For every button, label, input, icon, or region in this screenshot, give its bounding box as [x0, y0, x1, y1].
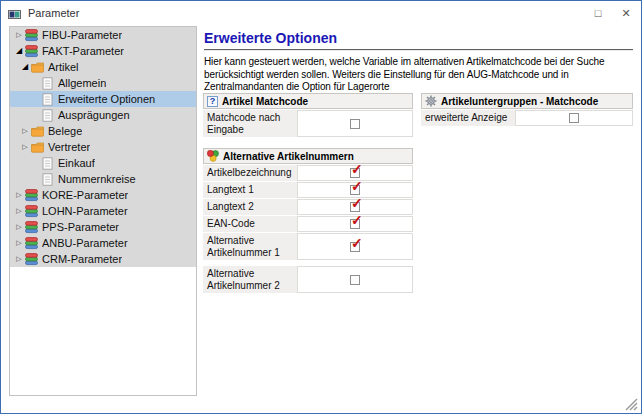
- option-label: Artikelbezeichnung: [203, 165, 297, 181]
- sidebar-item-label: Nummernkreise: [58, 173, 136, 185]
- folder-icon: [30, 125, 44, 138]
- checkbox-erweiterte-anzeige[interactable]: [569, 113, 579, 123]
- option-row-alternative-artikelnummer-2: Alternative Artikelnummer 2: [203, 266, 413, 293]
- sidebar-item-fibu-parameter[interactable]: ▷FIBU-Parameter: [10, 27, 196, 43]
- app-icon: [8, 7, 21, 20]
- parameter-window: Parameter □ ✕ ▷FIBU-Parameter◢FAKT-Param…: [0, 0, 642, 414]
- sidebar-item-fakt-parameter[interactable]: ◢FAKT-Parameter: [10, 43, 196, 59]
- expand-arrow-icon[interactable]: ▷: [14, 219, 24, 235]
- option-row-langtext-2: Langtext 2: [203, 199, 413, 215]
- parameter-tree: ▷FIBU-Parameter◢FAKT-Parameter◢ArtikelAl…: [9, 26, 197, 396]
- option-value-cell: [297, 233, 413, 260]
- sidebar-item-label: Allgemein: [58, 77, 106, 89]
- checkbox-alternative-artikelnummer-1[interactable]: [350, 242, 360, 252]
- books-icon: [24, 253, 38, 266]
- maximize-button[interactable]: □: [591, 7, 605, 19]
- checkbox-artikelbezeichnung[interactable]: [350, 168, 360, 178]
- close-button[interactable]: ✕: [619, 7, 633, 20]
- sidebar-item-label: Vertreter: [48, 141, 90, 153]
- option-label: Langtext 2: [203, 199, 297, 215]
- sidebar-item-nummernkreise[interactable]: Nummernkreise: [10, 171, 196, 187]
- option-row-matchcode-nach-eingabe: Matchcode nach Eingabe: [203, 110, 413, 137]
- sidebar-item-label: Artikel: [48, 61, 79, 73]
- document-icon: [40, 109, 54, 122]
- expand-arrow-icon[interactable]: ▷: [14, 203, 24, 219]
- books-icon: [24, 189, 38, 202]
- option-value-cell: [297, 266, 413, 293]
- sidebar-item-kore-parameter[interactable]: ▷KORE-Parameter: [10, 187, 196, 203]
- group-header: Alternative Artikelnummern: [203, 148, 413, 164]
- folder-icon: [30, 61, 44, 74]
- title-bar: Parameter □ ✕: [1, 1, 641, 25]
- sidebar-item-ausprägungen[interactable]: Ausprägungen: [10, 107, 196, 123]
- books-icon: [24, 205, 38, 218]
- expand-arrow-icon[interactable]: ▷: [14, 235, 24, 251]
- checkbox-langtext-1[interactable]: [350, 185, 360, 195]
- document-icon: [40, 77, 54, 90]
- option-label: Alternative Artikelnummer 2: [203, 266, 297, 293]
- sidebar-item-belege[interactable]: ▷Belege: [10, 123, 196, 139]
- sidebar-item-vertreter[interactable]: ▷Vertreter: [10, 139, 196, 155]
- heading-divider: [204, 49, 633, 51]
- document-icon: [40, 157, 54, 170]
- option-label: Matchcode nach Eingabe: [203, 110, 297, 137]
- books-icon: [24, 29, 38, 42]
- sidebar-item-label: FIBU-Parameter: [42, 29, 122, 41]
- sidebar-item-crm-parameter[interactable]: ▷CRM-Parameter: [10, 251, 196, 267]
- option-value-cell: [515, 110, 633, 126]
- page-title: Erweiterte Optionen: [204, 30, 633, 46]
- sidebar-item-label: Ausprägungen: [58, 109, 130, 121]
- collapse-arrow-icon[interactable]: ◢: [20, 59, 30, 75]
- sidebar-item-label: Belege: [48, 125, 82, 137]
- option-label: Langtext 1: [203, 182, 297, 198]
- sidebar-item-lohn-parameter[interactable]: ▷LOHN-Parameter: [10, 203, 196, 219]
- group-header: ?Artikel Matchcode: [203, 93, 413, 109]
- sidebar-item-label: FAKT-Parameter: [42, 45, 124, 57]
- expand-arrow-icon[interactable]: ▷: [20, 123, 30, 139]
- expand-arrow-icon[interactable]: ▷: [14, 251, 24, 267]
- group-header: Artikeluntergruppen - Matchcode: [421, 93, 633, 109]
- document-icon: [40, 93, 54, 106]
- option-row-erweiterte-anzeige: erweiterte Anzeige: [421, 110, 633, 126]
- sidebar-item-pps-parameter[interactable]: ▷PPS-Parameter: [10, 219, 196, 235]
- sidebar-item-anbu-parameter[interactable]: ▷ANBU-Parameter: [10, 235, 196, 251]
- gear-icon: [425, 95, 437, 107]
- sidebar-item-erweiterte-optionen[interactable]: Erweiterte Optionen: [10, 91, 196, 107]
- option-label: erweiterte Anzeige: [421, 110, 515, 126]
- document-icon: [40, 173, 54, 186]
- collapse-arrow-icon[interactable]: ◢: [14, 43, 24, 59]
- sidebar-item-einkauf[interactable]: Einkauf: [10, 155, 196, 171]
- expand-arrow-icon[interactable]: ▷: [20, 139, 30, 155]
- group-artikel-matchcode: ?Artikel MatchcodeMatchcode nach Eingabe: [203, 93, 413, 138]
- main-panel-header: Erweiterte Optionen Hier kann gesteuert …: [204, 30, 633, 94]
- group-title: Artikel Matchcode: [222, 96, 308, 107]
- group-artikeluntergruppen-matchcode: Artikeluntergruppen - Matchcodeerweitert…: [421, 93, 633, 127]
- page-description: Hier kann gesteuert werden, welche Varia…: [204, 56, 633, 94]
- expand-arrow-icon[interactable]: ▷: [14, 27, 24, 43]
- checkbox-ean-code[interactable]: [350, 219, 360, 229]
- sidebar-item-label: ANBU-Parameter: [42, 237, 128, 249]
- sidebar-item-label: PPS-Parameter: [42, 221, 119, 233]
- sidebar-item-artikel[interactable]: ◢Artikel: [10, 59, 196, 75]
- option-label: Alternative Artikelnummer 1: [203, 233, 297, 260]
- group-title: Alternative Artikelnummern: [223, 151, 354, 162]
- group-title: Artikeluntergruppen - Matchcode: [441, 96, 598, 107]
- folder-icon: [30, 141, 44, 154]
- option-row-ean-code: EAN-Code: [203, 216, 413, 232]
- sidebar-item-label: Einkauf: [58, 157, 95, 169]
- books-icon: [24, 45, 38, 58]
- checkbox-matchcode-nach-eingabe[interactable]: [350, 119, 360, 129]
- colored-balls-icon: [207, 150, 219, 162]
- expand-arrow-icon[interactable]: ▷: [14, 187, 24, 203]
- sidebar-item-allgemein[interactable]: Allgemein: [10, 75, 196, 91]
- sidebar-item-label: CRM-Parameter: [42, 253, 122, 265]
- option-value-cell: [297, 216, 413, 232]
- checkbox-langtext-2[interactable]: [350, 202, 360, 212]
- option-label: EAN-Code: [203, 216, 297, 232]
- option-row-alternative-artikelnummer-1: Alternative Artikelnummer 1: [203, 233, 413, 260]
- option-value-cell: [297, 110, 413, 137]
- sidebar-item-label: KORE-Parameter: [42, 189, 128, 201]
- resize-grip[interactable]: [625, 397, 638, 410]
- sidebar-item-label: LOHN-Parameter: [42, 205, 128, 217]
- checkbox-alternative-artikelnummer-2[interactable]: [350, 275, 360, 285]
